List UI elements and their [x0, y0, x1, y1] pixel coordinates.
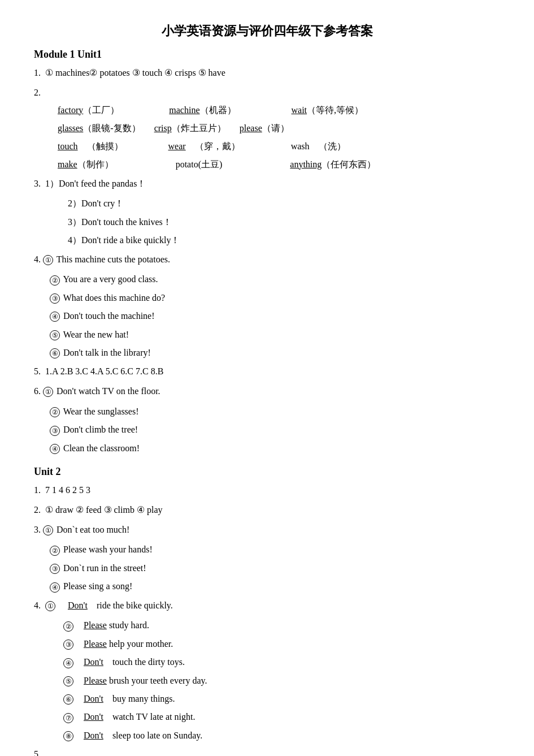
- q6-circle1: ①: [43, 387, 53, 397]
- vocab-wash: wash （洗）: [274, 137, 346, 155]
- u2-q3-num: 3.: [34, 525, 41, 534]
- q2-vocab-row1: factory（工厂） machine（机器） wait（等待,等候）: [34, 101, 500, 119]
- vocab-make: make（制作）: [58, 155, 114, 174]
- u2-q2-num: 2.: [34, 505, 41, 515]
- q4-item2: ② You are a very good class.: [34, 271, 500, 288]
- q4-item5: ⑤ Wear the new hat!: [34, 326, 500, 343]
- q1-content: ① machines② potatoes ③ touch ④ crisps ⑤ …: [45, 68, 225, 77]
- u2-q4-block: 4. ① Don't ride the bike quickly.: [34, 598, 500, 614]
- u2-q1-content: 7 1 4 6 2 5 3: [45, 485, 90, 495]
- u2-q4-item4: ④ Don't touch the dirty toys.: [34, 654, 500, 671]
- u2-q4-item1: Don't ride the bike quickly.: [59, 601, 173, 610]
- q1: 1. ① machines② potatoes ③ touch ④ crisps…: [34, 65, 500, 81]
- u2-q3-item1: Don`t eat too much!: [54, 525, 129, 534]
- q4-item6: ⑥ Don't talk in the library!: [34, 344, 500, 361]
- vocab-crisp: crisp（炸土豆片）: [154, 119, 226, 137]
- u2-q4-item8: ⑧ Don't sleep too late on Sunday.: [34, 727, 500, 744]
- vocab-touch: touch （触摸）: [58, 137, 123, 155]
- u2-q1: 1. 7 1 4 6 2 5 3: [34, 482, 500, 499]
- q4-num: 4.: [34, 254, 41, 264]
- vocab-anything: anything（任何东西）: [267, 155, 376, 174]
- u2-q4-item3: ③ Please help your mother.: [34, 636, 500, 653]
- vocab-wait: wait（等待,等候）: [263, 101, 364, 119]
- q3-item4: 4）Don't ride a bike quickly！: [34, 232, 500, 249]
- q3-block: 3. 1）Don't feed the pandas！: [34, 176, 500, 192]
- u2-q3-item2: ② Please wash your hands!: [34, 541, 500, 558]
- q4-item1: This machine cuts the potatoes.: [54, 254, 170, 264]
- q6-num: 6.: [34, 386, 41, 396]
- u2-q5: 5.: [34, 746, 500, 756]
- q4-item3: ③ What does this machine do?: [34, 290, 500, 306]
- vocab-please: please（请）: [240, 119, 289, 137]
- q1-num: 1.: [34, 68, 41, 77]
- q3-num: 3.: [34, 179, 41, 188]
- u2-q5-num: 5.: [34, 749, 41, 756]
- q2-vocab-row2: glasses（眼镜-复数） crisp（炸土豆片） please（请）: [34, 119, 500, 137]
- q2-vocab-row3: touch （触摸） wear （穿，戴） wash （洗）: [34, 137, 500, 155]
- q6-item4: ④ Clean the classroom!: [34, 440, 500, 457]
- q2-num: 2.: [34, 88, 41, 97]
- unit2-heading: Unit 2: [34, 466, 500, 478]
- u2-q4-item2: ② Please study hard.: [34, 617, 500, 634]
- q4-block: 4.① This machine cuts the potatoes.: [34, 252, 500, 268]
- q3-item3: 3）Don't touch the knives！: [34, 214, 500, 231]
- q5-num: 5.: [34, 366, 41, 376]
- vocab-machine: machine（机器）: [146, 101, 236, 119]
- q6-item2: ② Wear the sunglasses!: [34, 403, 500, 420]
- vocab-wear: wear （穿，戴）: [157, 137, 240, 155]
- u2-q1-num: 1.: [34, 485, 41, 495]
- u2-q3-item3: ③ Don`t run in the street!: [34, 560, 500, 577]
- module1-heading: Module 1 Unit1: [34, 49, 500, 61]
- u2-q4-item6: ⑥ Don't buy many things.: [34, 690, 500, 707]
- q6-block: 6.① Don't watch TV on the floor.: [34, 383, 500, 400]
- vocab-potato: potato(土豆): [159, 155, 223, 174]
- q6-item3: ③ Don't climb the tree!: [34, 421, 500, 438]
- vocab-factory: factory（工厂）: [58, 101, 119, 119]
- u2-q3-block: 3.① Don`t eat too much!: [34, 522, 500, 538]
- q6-item1: Don't watch TV on the floor.: [54, 386, 160, 396]
- page-title: 小学英语资源与评价四年级下参考答案: [34, 23, 500, 40]
- q5-block: 5. 1.A 2.B 3.C 4.A 5.C 6.C 7.C 8.B: [34, 364, 500, 380]
- u2-q2: 2. ① draw ② feed ③ climb ④ play: [34, 502, 500, 519]
- q4-item4: ④ Don't touch the machine!: [34, 308, 500, 325]
- q2-vocab-row4: make（制作） potato(土豆) anything（任何东西）: [34, 155, 500, 174]
- q2-label: 2.: [34, 85, 500, 101]
- u2-q3-item4: ④ Please sing a song!: [34, 578, 500, 595]
- u2-q2-content: ① draw ② feed ③ climb ④ play: [45, 505, 163, 515]
- u2-q4-item7: ⑦ Don't watch TV late at night.: [34, 709, 500, 725]
- q4-circle1: ①: [43, 255, 53, 265]
- vocab-glasses: glasses（眼镜-复数）: [58, 119, 141, 137]
- u2-q4-num: 4.: [34, 601, 41, 610]
- q5-content: 1.A 2.B 3.C 4.A 5.C 6.C 7.C 8.B: [45, 366, 163, 376]
- q3-item2: 2）Don't cry！: [34, 195, 500, 212]
- u2-q4-item5: ⑤ Please brush your teeth every day.: [34, 672, 500, 689]
- q3-item1: 1）Don't feed the pandas！: [45, 179, 146, 188]
